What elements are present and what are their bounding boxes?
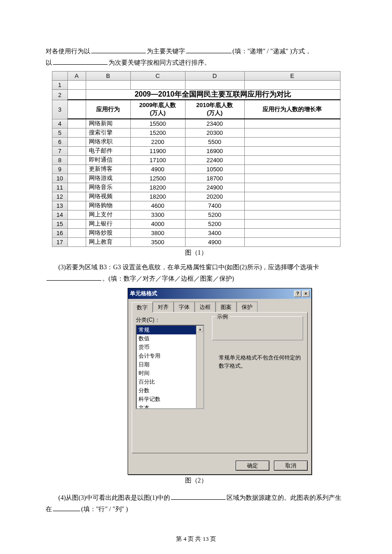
- question-3-text: (3)若要为区域 B3：G3 设置蓝色底纹，在单元格属性窗口中(如图(2)所示)…: [46, 262, 346, 284]
- row-header: 11: [52, 183, 67, 192]
- scroll-up-icon[interactable]: ▴: [197, 326, 203, 332]
- help-icon[interactable]: ?: [294, 291, 301, 297]
- dialog-titlebar: 单元格格式 ? ×: [128, 288, 311, 299]
- tab-保护[interactable]: 保护: [237, 302, 258, 312]
- question-4-text: (4)从图(3)中可看出此图表是以图(1)中的区域为数据源建立的。此图表的系列产…: [46, 492, 346, 515]
- cell-2010: 18700: [185, 174, 244, 183]
- cell-2009: 18200: [130, 192, 185, 201]
- category-item[interactable]: 会计专用: [137, 352, 203, 360]
- header-behavior: 应用行为: [86, 100, 130, 119]
- cell-2010: 20300: [185, 128, 244, 137]
- blank-series-in: [53, 505, 80, 511]
- category-item[interactable]: 科学记数: [137, 395, 203, 404]
- cell-behavior: 网络求职: [86, 137, 130, 146]
- cell-growth: [244, 137, 340, 146]
- blank-primary-key: [91, 47, 146, 53]
- cell-behavior: 电子邮件: [86, 146, 130, 155]
- category-item[interactable]: 数值: [137, 334, 203, 343]
- spreadsheet-figure-1: A B C D E 1 22009—2010年全国网民主要互联网应用行为对比 3…: [52, 71, 340, 246]
- row-header: 6: [52, 137, 67, 146]
- cell-growth: [244, 201, 340, 210]
- cell-behavior: 网络音乐: [86, 183, 130, 192]
- example-legend: 示例: [215, 313, 230, 321]
- cell-2009: 3800: [130, 228, 185, 237]
- cell-behavior: 即时通信: [86, 155, 130, 164]
- cell-growth: [244, 146, 340, 155]
- category-item[interactable]: 时间: [137, 369, 203, 378]
- row-header: 14: [52, 210, 67, 219]
- cell-growth: [244, 228, 340, 237]
- col-header-B: B: [86, 72, 130, 81]
- tab-图案[interactable]: 图案: [216, 302, 237, 312]
- row-header: 15: [52, 219, 67, 228]
- cell-2010: 3400: [185, 228, 244, 237]
- row-header: 4: [52, 119, 67, 128]
- cell-2010: 22400: [185, 155, 244, 164]
- dialog-title: 单元格格式: [130, 290, 157, 298]
- cell-growth: [244, 192, 340, 201]
- ok-button[interactable]: 确定: [236, 461, 269, 471]
- row-header: 17: [52, 237, 67, 246]
- cell-2010: 10500: [185, 164, 244, 174]
- cell-2010: 23400: [185, 119, 244, 128]
- format-note: 常规单元格格式不包含任何特定的数字格式。: [219, 354, 305, 370]
- category-item[interactable]: 日期: [137, 360, 203, 369]
- category-item[interactable]: 常规: [137, 326, 203, 334]
- col-header-A: A: [67, 72, 86, 81]
- listbox-scrollbar[interactable]: ▴: [196, 326, 203, 408]
- cell-behavior: 网络新闻: [86, 119, 130, 128]
- row-header: 10: [52, 174, 67, 183]
- cell-2010: 20200: [185, 192, 244, 201]
- table-row: 9更新博客490010500: [52, 164, 340, 174]
- cell-2009: 12500: [130, 174, 185, 183]
- category-item[interactable]: 货币: [137, 343, 203, 352]
- cell-growth: [244, 174, 340, 183]
- row-header: 13: [52, 201, 67, 210]
- table-row: 12网络视频1820020200: [52, 192, 340, 201]
- cell-2009: 11900: [130, 146, 185, 155]
- tab-字体[interactable]: 字体: [174, 302, 195, 312]
- cell-2009: 15200: [130, 128, 185, 137]
- corner-header: [52, 72, 67, 81]
- cell-behavior: 网上银行: [86, 219, 130, 228]
- cell-2009: 17100: [130, 155, 185, 164]
- cell-growth: [244, 119, 340, 128]
- tab-边框[interactable]: 边框: [195, 302, 216, 312]
- blank-data-range: [171, 493, 226, 500]
- row-header: 8: [52, 155, 67, 164]
- cell-2009: 15500: [130, 119, 185, 128]
- table-row: 6网络求职22005500: [52, 137, 340, 146]
- tab-panel-number: 分类(C)： 常规数值货币会计专用日期时间百分比分数科学记数文本特殊自定义 ▴ …: [132, 312, 308, 453]
- cell-growth: [244, 237, 340, 246]
- cell-growth: [244, 128, 340, 137]
- category-item[interactable]: 文本: [137, 404, 203, 409]
- row-header: 7: [52, 146, 67, 155]
- category-listbox[interactable]: 常规数值货币会计专用日期时间百分比分数科学记数文本特殊自定义 ▴: [136, 325, 204, 409]
- cell-2010: 5200: [185, 210, 244, 219]
- cell-2009: 4000: [130, 219, 185, 228]
- cell-growth: [244, 210, 340, 219]
- cell-behavior: 网络游戏: [86, 174, 130, 183]
- row-header: 3: [52, 100, 67, 119]
- table-row: 16网络炒股38003400: [52, 228, 340, 237]
- blank-tab-answer: [46, 274, 101, 281]
- page-footer: 第 4 页 共 13 页: [0, 535, 392, 543]
- cell-behavior: 网上支付: [86, 210, 130, 219]
- cell-2009: 3500: [130, 237, 185, 246]
- tab-对齐[interactable]: 对齐: [153, 302, 174, 312]
- close-icon[interactable]: ×: [302, 291, 309, 297]
- col-header-D: D: [185, 72, 244, 81]
- category-item[interactable]: 分数: [137, 386, 203, 395]
- blank-order: [186, 47, 232, 53]
- table-row: 11网络音乐1820024900: [52, 183, 340, 192]
- cancel-button[interactable]: 取消: [274, 461, 308, 471]
- table-row: 14网上支付33005200: [52, 210, 340, 219]
- cell-behavior: 网络视频: [86, 192, 130, 201]
- tab-数字[interactable]: 数字: [132, 302, 153, 313]
- cell-behavior: 搜索引擎: [86, 128, 130, 137]
- table-row: 15网上银行40005200: [52, 219, 340, 228]
- cell-growth: [244, 219, 340, 228]
- sheet-title: 2009—2010年全国网民主要互联网应用行为对比: [86, 90, 340, 100]
- caption-figure-1: 图（1）: [46, 249, 346, 257]
- category-item[interactable]: 百分比: [137, 378, 203, 386]
